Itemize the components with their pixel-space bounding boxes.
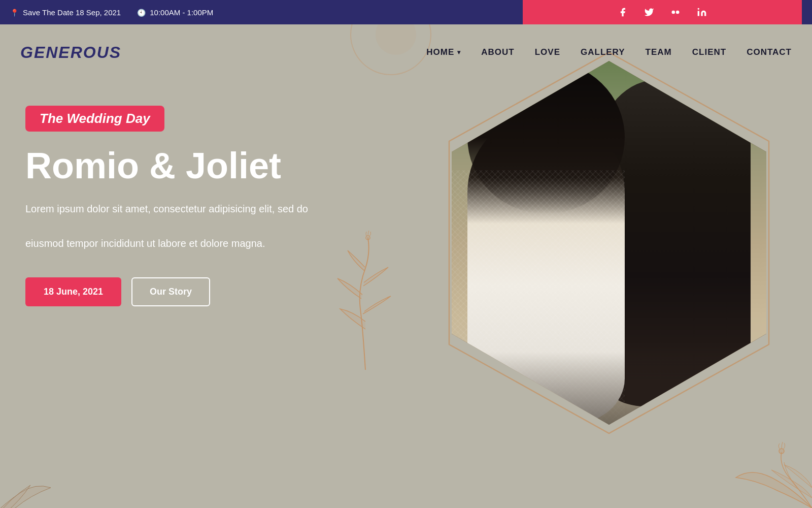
location-icon — [10, 8, 19, 17]
nav-item-client[interactable]: CLIENT — [692, 47, 726, 57]
botanical-bottom-left-decoration — [0, 437, 81, 508]
svg-point-1 — [676, 11, 680, 14]
chevron-down-icon: ▾ — [457, 49, 461, 56]
nav-item-gallery[interactable]: GALLERY — [581, 47, 625, 57]
hero-section: GENEROUS HOME ▾ ABOUT LOVE GALLERY TEAM … — [0, 24, 812, 508]
nav-item-team[interactable]: TEAM — [646, 47, 672, 57]
svg-point-4 — [367, 237, 369, 239]
botanical-left-decoration — [325, 228, 406, 370]
social-bar — [523, 0, 802, 24]
nav-item-home[interactable]: HOME ▾ — [426, 47, 461, 57]
time-item: 10:00AM - 1:00PM — [137, 8, 213, 17]
facebook-icon[interactable] — [616, 5, 630, 19]
hero-buttons: 18 June, 2021 Our Story — [25, 277, 308, 306]
our-story-button[interactable]: Our Story — [131, 277, 210, 306]
couple-name: Romio & Joliet — [25, 146, 308, 186]
nav-item-love[interactable]: LOVE — [535, 47, 560, 57]
nav-item-contact[interactable]: CONTACT — [747, 47, 792, 57]
flickr-icon[interactable] — [668, 5, 683, 19]
hero-content: The Wedding Day Romio & Joliet Lorem ips… — [25, 106, 308, 306]
twitter-icon[interactable] — [642, 5, 656, 19]
linkedin-icon[interactable] — [695, 5, 709, 19]
top-bar: Save The Date 18 Sep, 2021 10:00AM - 1:0… — [0, 0, 812, 24]
save-date-text: Save The Date 18 Sep, 2021 — [23, 8, 121, 17]
nav-menu: HOME ▾ ABOUT LOVE GALLERY TEAM CLIENT CO… — [426, 47, 792, 57]
svg-point-2 — [698, 8, 699, 10]
svg-point-0 — [672, 11, 675, 14]
nav-item-about[interactable]: ABOUT — [481, 47, 514, 57]
save-date-item: Save The Date 18 Sep, 2021 — [10, 8, 121, 17]
wedding-day-badge: The Wedding Day — [25, 106, 164, 132]
hero-description: Lorem ipsum dolor sit amet, consectetur … — [25, 200, 308, 252]
navbar: GENEROUS HOME ▾ ABOUT LOVE GALLERY TEAM … — [0, 24, 812, 80]
clock-icon — [137, 8, 146, 17]
top-bar-left: Save The Date 18 Sep, 2021 10:00AM - 1:0… — [10, 8, 523, 17]
couple-photo-container — [436, 45, 782, 441]
time-text: 10:00AM - 1:00PM — [150, 8, 213, 17]
date-button[interactable]: 18 June, 2021 — [25, 277, 121, 306]
logo: GENEROUS — [20, 43, 121, 62]
